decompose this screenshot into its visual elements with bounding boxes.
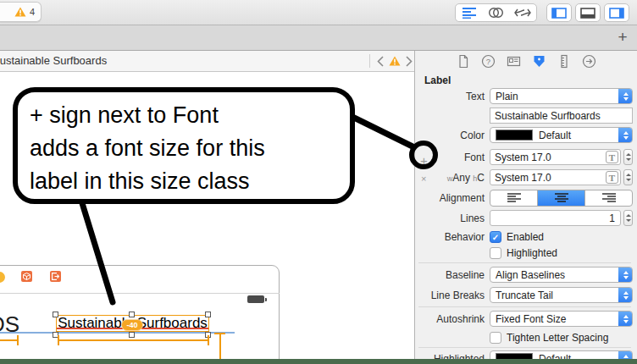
font-picker-button[interactable]: T: [606, 151, 618, 163]
highlighted-color-label: Highlighted: [415, 353, 490, 360]
add-tab-button[interactable]: +: [613, 28, 632, 47]
debug-area-toggle-button[interactable]: [575, 3, 601, 22]
popup-arrows-icon: [618, 267, 633, 283]
color-value: Default: [539, 130, 571, 141]
enabled-row: ✓ Enabled: [490, 229, 633, 245]
color-popup[interactable]: Default: [490, 127, 633, 143]
line-breaks-label: Line Breaks: [415, 290, 490, 301]
tighten-label: Tighten Letter Spacing: [507, 332, 608, 344]
size-class-font-value: System 17.0: [495, 172, 606, 184]
constraint-bar: [219, 333, 221, 359]
identity-inspector-tab[interactable]: [507, 54, 521, 69]
first-responder-icon[interactable]: [21, 271, 32, 282]
attributes-inspector-tab-selected[interactable]: [532, 54, 546, 69]
scene-dock-divider: [0, 293, 280, 294]
selection-handle[interactable]: [205, 312, 211, 317]
version-editor-icon: [514, 8, 531, 18]
align-center-segment-selected[interactable]: [537, 190, 584, 206]
color-swatch: [496, 130, 533, 141]
font-control: System 17.0 T: [490, 149, 633, 165]
size-class-font-control: System 17.0 T: [490, 169, 633, 185]
navigator-toggle-button[interactable]: [546, 3, 572, 22]
assistant-editor-button[interactable]: [483, 4, 510, 21]
height-value: C: [477, 172, 485, 184]
assistant-editor-icon: [488, 7, 504, 19]
tighten-checkbox-unchecked[interactable]: [490, 332, 501, 344]
alignment-guide: [0, 332, 235, 334]
exit-segue-icon[interactable]: [50, 271, 61, 282]
align-left-segment[interactable]: [490, 190, 537, 206]
text-type-value: Plain: [496, 91, 518, 102]
constraint-tick: [58, 335, 59, 345]
attributes-rows: Text Plain Sustainable Surfboards Color …: [415, 88, 633, 359]
breadcrumb[interactable]: Sustainable Surfboards: [0, 51, 127, 71]
line-breaks-value: Truncate Tail: [496, 290, 553, 301]
highlighted-checkbox-unchecked[interactable]: [490, 247, 501, 259]
lines-field[interactable]: 1: [490, 210, 621, 226]
tighten-row: Tighten Letter Spacing: [490, 330, 633, 346]
issue-navigation: [369, 51, 413, 71]
highlighted-color-value: Default: [539, 353, 571, 360]
navigator-panel-icon: [551, 8, 567, 19]
font-size-stepper[interactable]: [623, 149, 633, 165]
callout-line: adds a font size for this: [30, 132, 338, 165]
popup-arrows-icon: [618, 350, 633, 359]
connections-inspector-tab[interactable]: [582, 54, 596, 69]
main-toolbar: 4: [0, 0, 637, 25]
xcode-window: 4: [0, 0, 637, 364]
font-picker-button[interactable]: T: [606, 171, 618, 184]
autoshrink-label: Autoshrink: [415, 313, 490, 325]
constraint-tick: [208, 335, 209, 345]
warning-count: 4: [30, 7, 35, 17]
size-inspector-tab[interactable]: [557, 54, 571, 69]
lines-stepper[interactable]: [623, 210, 633, 226]
utilities-panel: ? Label + ×: [414, 51, 637, 359]
annotation-callout: + sign next to Font adds a font size for…: [13, 87, 355, 204]
font-label: Font: [415, 152, 490, 163]
lines-control: 1: [490, 210, 633, 226]
debug-panel-icon: [580, 8, 595, 19]
size-class-label: wAny hC: [415, 172, 490, 184]
align-right-segment[interactable]: [584, 190, 632, 206]
autoshrink-value: Fixed Font Size: [496, 313, 566, 325]
highlighted-color-popup[interactable]: Default: [490, 350, 633, 359]
color-label: Color: [415, 130, 490, 141]
text-type-popup[interactable]: Plain: [490, 88, 633, 104]
label-text-input[interactable]: Sustainable Surfboards: [490, 108, 633, 124]
utilities-toggle-button[interactable]: [604, 3, 629, 22]
line-breaks-popup[interactable]: Truncate Tail: [490, 287, 633, 303]
constraint-badge: -40: [121, 319, 143, 331]
selection-handle[interactable]: [53, 312, 58, 317]
popup-arrows-icon: [618, 311, 633, 327]
issues-status-button[interactable]: 4: [0, 2, 42, 22]
version-editor-button[interactable]: [509, 4, 536, 21]
selection-handle[interactable]: [129, 332, 135, 338]
standard-editor-button[interactable]: [456, 4, 483, 21]
breadcrumb-title: Sustainable Surfboards: [0, 51, 127, 71]
highlighted-color-swatch: [496, 353, 533, 359]
svg-text:?: ?: [486, 57, 490, 66]
alignment-label: Alignment: [415, 192, 490, 204]
warning-icon: [14, 7, 26, 17]
file-inspector-tab[interactable]: [457, 54, 470, 69]
storyboard-scene[interactable]: [0, 265, 280, 359]
font-field[interactable]: System 17.0 T: [490, 149, 621, 165]
next-issue-button[interactable]: [406, 56, 413, 67]
divider: [418, 306, 631, 307]
constraint-bar: [58, 339, 209, 341]
size-class-font-field[interactable]: System 17.0 T: [490, 169, 621, 185]
divider: [369, 54, 370, 68]
selection-handle[interactable]: [129, 312, 135, 317]
previous-issue-button[interactable]: [377, 56, 384, 67]
section-title: Label: [424, 74, 451, 86]
baseline-popup[interactable]: Align Baselines: [490, 267, 633, 283]
callout-line: + sign next to Font: [30, 99, 338, 132]
highlighted-label: Highlighted: [507, 247, 557, 259]
inspector-tab-bar: ?: [415, 51, 637, 72]
enabled-checkbox-checked[interactable]: ✓: [490, 231, 501, 243]
font-size-stepper[interactable]: [623, 169, 633, 185]
standard-editor-icon: [462, 7, 477, 19]
autoshrink-popup[interactable]: Fixed Font Size: [490, 311, 633, 327]
quick-help-tab[interactable]: ?: [481, 54, 496, 69]
highlighted-row: Highlighted: [490, 245, 633, 262]
